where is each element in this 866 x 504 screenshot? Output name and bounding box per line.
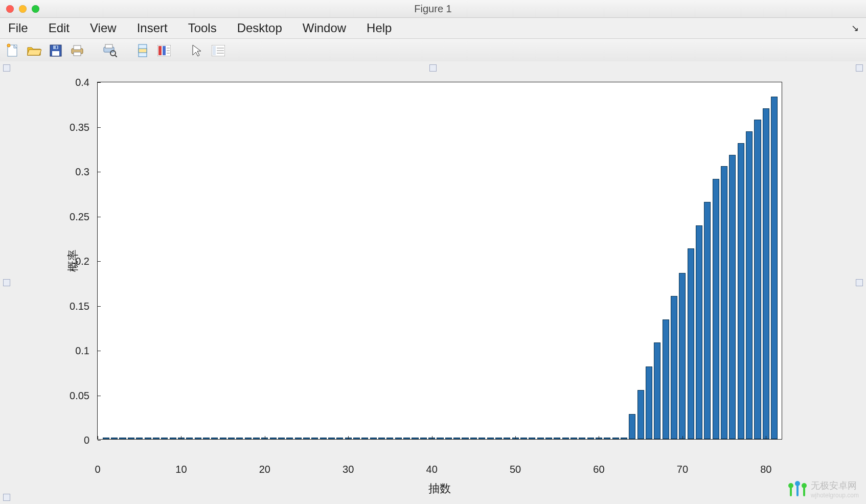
bar: [612, 438, 619, 440]
minimize-window-button[interactable]: [19, 5, 27, 13]
print-preview-icon: [103, 44, 117, 57]
bar: [713, 179, 719, 439]
bar: [170, 438, 176, 440]
bar: [646, 366, 652, 439]
bar: [696, 225, 702, 439]
bar: [303, 438, 310, 440]
menu-file[interactable]: File: [5, 20, 31, 36]
bar: [746, 131, 753, 439]
watermark-logo-icon: [788, 481, 807, 497]
new-figure-button[interactable]: [5, 43, 20, 58]
print-preview-button[interactable]: [102, 43, 118, 58]
close-window-button[interactable]: [6, 5, 14, 13]
x-tick-label: 40: [426, 464, 438, 475]
x-tick-label: 50: [510, 464, 521, 475]
bar: [537, 438, 544, 440]
bar: [361, 438, 368, 440]
bar: [161, 438, 168, 440]
menubar: File Edit View Insert Tools Desktop Wind…: [0, 18, 866, 39]
bar: [671, 296, 677, 439]
bar: [378, 438, 385, 440]
cursor-icon: [192, 44, 202, 57]
menu-view[interactable]: View: [87, 20, 120, 36]
y-tick-label: 0: [84, 434, 89, 446]
bar: [587, 438, 594, 440]
print-icon: [71, 44, 84, 57]
bar: [103, 438, 109, 440]
bar: [119, 438, 126, 440]
save-icon: [50, 44, 62, 57]
menu-edit[interactable]: Edit: [45, 20, 73, 36]
bar: [386, 438, 393, 440]
bar: [395, 438, 402, 440]
bar: [637, 390, 644, 439]
y-tick-label: 0.35: [70, 121, 89, 133]
y-tick-label: 0.2: [75, 256, 89, 267]
x-axis-label: 抽数: [428, 481, 451, 496]
new-figure-icon: [7, 43, 19, 58]
svg-rect-17: [158, 46, 162, 55]
x-tick-label: 0: [95, 464, 100, 475]
print-button[interactable]: [70, 43, 85, 58]
colorbar-icon: [157, 45, 171, 56]
bar: [754, 120, 761, 439]
colorbar-button[interactable]: [156, 43, 172, 58]
svg-point-2: [7, 44, 10, 47]
bar: [520, 438, 527, 440]
bar: [353, 438, 360, 440]
svg-rect-15: [139, 49, 147, 53]
x-tick-label: 80: [760, 464, 771, 475]
bar: [663, 319, 669, 440]
traffic-lights: [6, 5, 39, 13]
bar: [145, 438, 151, 440]
bar: [195, 438, 201, 440]
bar: [487, 438, 494, 440]
bar: [245, 438, 252, 440]
axes[interactable]: 概率 抽数 00.050.10.150.20.250.30.350.4 0102…: [97, 82, 782, 440]
watermark-text: 无极安卓网: [811, 480, 857, 491]
bar: [470, 438, 477, 440]
menu-tools[interactable]: Tools: [185, 20, 220, 36]
bar: [495, 438, 502, 440]
link-plot-button[interactable]: [135, 43, 150, 58]
open-button[interactable]: [27, 43, 42, 58]
bar: [228, 438, 235, 440]
bar: [729, 155, 736, 440]
edit-plot-button[interactable]: [189, 43, 204, 58]
bar: [278, 438, 285, 440]
y-tick-label: 0.1: [75, 345, 89, 357]
bar: [504, 438, 510, 440]
zoom-window-button[interactable]: [32, 5, 39, 13]
bar: [554, 438, 560, 440]
x-tick-label: 30: [343, 464, 354, 475]
svg-rect-9: [74, 52, 81, 56]
bar: [704, 202, 711, 439]
watermark: 无极安卓网 wjhotelgroup.com: [788, 479, 859, 499]
menu-help[interactable]: Help: [363, 20, 395, 36]
svg-rect-11: [105, 44, 112, 48]
y-tick-label: 0.05: [70, 390, 89, 401]
window-title: Figure 1: [0, 3, 866, 15]
bar: [403, 438, 410, 440]
bar: [320, 438, 327, 440]
bar: [453, 438, 460, 440]
menu-desktop[interactable]: Desktop: [234, 20, 285, 36]
dock-figure-icon[interactable]: ↘: [851, 22, 859, 34]
plot-tools-icon: [212, 45, 225, 56]
bar: [771, 97, 778, 439]
bar: [629, 414, 635, 439]
link-plot-icon: [138, 44, 147, 57]
plot-tools-button[interactable]: [211, 43, 226, 58]
y-tick-label: 0.25: [70, 211, 89, 222]
save-button[interactable]: [48, 43, 63, 58]
titlebar: Figure 1: [0, 0, 866, 18]
menu-insert[interactable]: Insert: [134, 20, 171, 36]
x-tick-label: 60: [593, 464, 604, 475]
bar: [571, 438, 577, 440]
menu-window[interactable]: Window: [300, 20, 349, 36]
bar: [328, 438, 335, 440]
bar: [679, 273, 686, 440]
y-tick-label: 0.15: [70, 300, 89, 312]
bar: [579, 438, 585, 440]
x-tick-label: 10: [175, 464, 187, 475]
